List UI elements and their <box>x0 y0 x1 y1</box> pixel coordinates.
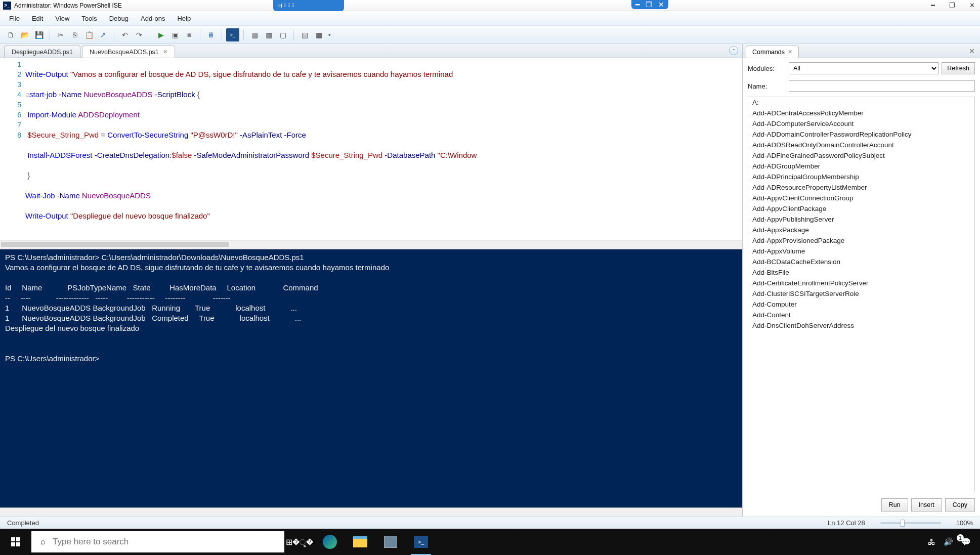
command-list-item[interactable]: Add-AppxProvisionedPackage <box>748 235 974 246</box>
inner-window-controls: ━ ❐ ✕ <box>631 0 668 9</box>
menu-debug[interactable]: Debug <box>104 13 134 24</box>
zoom-level: 100% <box>956 519 973 527</box>
outer-window-controls: ━ ❐ ✕ <box>931 2 975 9</box>
remote-icon[interactable]: 🖥 <box>204 28 218 41</box>
menu-edit[interactable]: Edit <box>27 13 48 24</box>
svg-rect-2 <box>11 542 15 546</box>
command-list-item[interactable]: Add-AppvClientPackage <box>748 203 974 214</box>
command-list-item[interactable]: Add-ADGroupMember <box>748 161 974 172</box>
tab-nuevobosque[interactable]: NuevoBosqueADDS.ps1 ✕ <box>82 46 175 58</box>
commands-tab[interactable]: Commands ✕ <box>746 46 799 58</box>
command-list-item[interactable]: Add-AppxPackage <box>748 225 974 235</box>
command-list-item[interactable]: Add-ADDSReadOnlyDomainControllerAccount <box>748 140 974 150</box>
system-tray: 🖧 🔊 💬1 <box>928 537 980 546</box>
insert-button[interactable]: Insert <box>911 498 942 511</box>
refresh-button[interactable]: Refresh <box>942 62 975 74</box>
code-editor[interactable]: 12345678 Write-Output "Vamos a configura… <box>0 58 742 240</box>
command-list-item[interactable]: Add-ADComputerServiceAccount <box>748 118 974 129</box>
taskbar: ⌕ Type here to search ⊞�ृ� >_ 🖧 🔊 💬1 <box>0 529 980 555</box>
paste-icon[interactable]: 📋 <box>82 28 96 41</box>
command-list-item[interactable]: Add-ADPrincipalGroupMembership <box>748 172 974 182</box>
command-list-item[interactable]: Add-ClusteriSCSITargetServerRole <box>748 288 974 299</box>
menu-tools[interactable]: Tools <box>76 13 102 24</box>
console-pane[interactable]: PS C:\Users\administrador> C:\Users\admi… <box>0 249 742 507</box>
powershell-ise-icon[interactable]: >_ <box>406 529 436 555</box>
explorer-icon[interactable] <box>345 529 375 555</box>
tab-despliegue[interactable]: DespliegueADDS.ps1 <box>4 46 80 58</box>
search-placeholder: Type here to search <box>53 537 129 547</box>
copy-button[interactable]: Copy <box>945 498 975 511</box>
powershell-icon: >_ <box>3 2 11 10</box>
network-icon[interactable]: 🖧 <box>928 538 935 546</box>
task-view-icon[interactable]: ⊞�ृ� <box>284 529 315 555</box>
copy-icon[interactable]: ⎘ <box>68 28 81 41</box>
undo-icon[interactable]: ↶ <box>118 28 132 41</box>
powershell-tab-icon[interactable]: >_ <box>226 28 239 41</box>
show-script-icon[interactable]: ▤ <box>298 28 311 41</box>
menu-addons[interactable]: Add-ons <box>136 13 170 24</box>
layout-1-icon[interactable]: ▦ <box>248 28 261 41</box>
command-list-item[interactable]: Add-DnsClientDohServerAddress <box>748 320 974 331</box>
command-list-item[interactable]: Add-BCDataCacheExtension <box>748 257 974 267</box>
command-list-item[interactable]: Add-BitsFile <box>748 267 974 278</box>
menu-view[interactable]: View <box>50 13 74 24</box>
tab-label: NuevoBosqueADDS.ps1 <box>90 49 159 56</box>
command-list-item[interactable]: Add-ADFineGrainedPasswordPolicySubject <box>748 150 974 161</box>
menu-help[interactable]: Help <box>172 13 196 24</box>
command-list-item[interactable]: Add-AppvPublishingServer <box>748 214 974 225</box>
command-list-item[interactable]: Add-CertificateEnrollmentPolicyServer <box>748 278 974 288</box>
command-list-item[interactable]: Add-Computer <box>748 299 974 310</box>
svg-rect-3 <box>16 542 20 546</box>
new-file-icon[interactable]: 🗋 <box>4 28 17 41</box>
console-horizontal-scrollbar[interactable] <box>0 507 742 517</box>
commands-list[interactable]: A:Add-ADCentralAccessPolicyMemberAdd-ADC… <box>748 97 975 491</box>
command-list-item[interactable]: Add-ADCentralAccessPolicyMember <box>748 108 974 118</box>
name-input[interactable] <box>789 80 975 92</box>
cut-icon[interactable]: ✂ <box>54 28 67 41</box>
layout-3-icon[interactable]: ▢ <box>276 28 289 41</box>
command-list-item[interactable]: Add-AppxVolume <box>748 246 974 257</box>
maximize-icon[interactable]: ❐ <box>949 2 955 9</box>
edge-icon[interactable] <box>315 529 345 555</box>
editor-horizontal-scrollbar[interactable] <box>0 240 742 249</box>
close-pane-icon[interactable]: ✕ <box>969 47 975 55</box>
minimize-icon[interactable]: ━ <box>635 1 640 9</box>
close-icon[interactable]: ✕ <box>788 49 792 55</box>
start-button[interactable] <box>0 529 31 555</box>
commands-tab-label: Commands <box>752 49 785 56</box>
console-output: PS C:\Users\administrador> C:\Users\admi… <box>5 253 389 363</box>
command-list-item[interactable]: Add-ADDomainControllerPasswordReplicatio… <box>748 129 974 140</box>
server-manager-icon[interactable] <box>375 529 406 555</box>
show-command-icon[interactable]: ▦ <box>312 28 325 41</box>
command-list-item[interactable]: Add-Content <box>748 310 974 320</box>
collapse-script-pane-icon[interactable]: ⌃ <box>729 46 738 55</box>
close-icon[interactable]: ✕ <box>658 1 664 9</box>
redo-icon[interactable]: ↷ <box>133 28 146 41</box>
minimize-icon[interactable]: ━ <box>931 2 935 9</box>
toolbar-overflow-icon[interactable]: ▾ <box>326 28 332 41</box>
maximize-icon[interactable]: ❐ <box>646 1 652 9</box>
close-icon[interactable]: ✕ <box>969 2 975 9</box>
run-button[interactable]: Run <box>881 498 908 511</box>
notifications-icon[interactable]: 💬1 <box>961 537 971 546</box>
command-list-item[interactable]: Add-AppvClientConnectionGroup <box>748 193 974 203</box>
name-label: Name: <box>748 82 786 90</box>
open-file-icon[interactable]: 📂 <box>18 28 31 41</box>
code-content[interactable]: Write-Output "Vamos a configurar el bosq… <box>25 58 742 240</box>
sound-icon[interactable]: 🔊 <box>944 537 953 546</box>
run-script-icon[interactable]: ▶ <box>154 28 167 41</box>
taskbar-search[interactable]: ⌕ Type here to search <box>31 531 284 552</box>
run-selection-icon[interactable]: ▣ <box>168 28 182 41</box>
menu-file[interactable]: File <box>4 13 25 24</box>
modules-select[interactable]: All <box>789 62 939 74</box>
save-icon[interactable]: 💾 <box>32 28 46 41</box>
zoom-slider[interactable] <box>880 522 941 524</box>
command-list-item[interactable]: A: <box>748 97 974 108</box>
overlay-tab[interactable]: H ⠇⠇⠇ <box>273 0 344 11</box>
command-list-item[interactable]: Add-ADResourcePropertyListMember <box>748 182 974 193</box>
close-icon[interactable]: ✕ <box>163 49 167 55</box>
stop-icon[interactable]: ■ <box>183 28 196 41</box>
clear-icon[interactable]: ↗ <box>97 28 110 41</box>
layout-2-icon[interactable]: ▥ <box>262 28 275 41</box>
window-title: Administrator: Windows PowerShell ISE <box>14 2 122 9</box>
